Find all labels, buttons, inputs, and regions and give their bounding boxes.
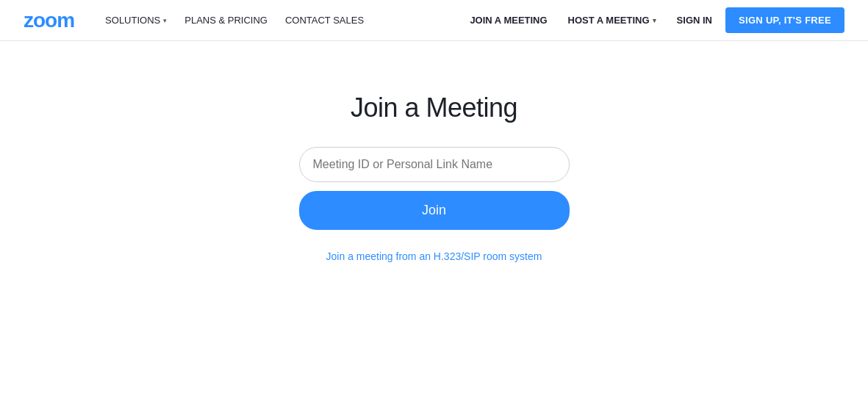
chevron-down-icon: ▾ bbox=[163, 17, 167, 24]
nav-join-meeting[interactable]: JOIN A MEETING bbox=[462, 10, 554, 30]
nav-right: JOIN A MEETING HOST A MEETING ▾ SIGN IN … bbox=[462, 7, 844, 33]
logo[interactable]: zoom bbox=[24, 9, 74, 32]
nav-host-meeting[interactable]: HOST A MEETING ▾ bbox=[561, 10, 664, 30]
nav-plans-pricing[interactable]: PLANS & PRICING bbox=[177, 10, 275, 30]
join-button[interactable]: Join bbox=[299, 191, 570, 230]
nav-contact-sales[interactable]: CONTACT SALES bbox=[278, 10, 371, 30]
navbar: zoom SOLUTIONS ▾ PLANS & PRICING CONTACT… bbox=[0, 0, 868, 41]
meeting-id-input[interactable] bbox=[299, 147, 570, 182]
main-content: Join a Meeting Join Join a meeting from … bbox=[0, 41, 868, 262]
nav-left: SOLUTIONS ▾ PLANS & PRICING CONTACT SALE… bbox=[98, 10, 462, 30]
nav-solutions[interactable]: SOLUTIONS ▾ bbox=[98, 10, 174, 30]
signup-button[interactable]: SIGN UP, IT'S FREE bbox=[725, 7, 844, 33]
chevron-down-icon: ▾ bbox=[653, 17, 656, 24]
nav-sign-in[interactable]: SIGN IN bbox=[670, 10, 720, 30]
logo-text: zoom bbox=[24, 9, 74, 32]
sip-room-link[interactable]: Join a meeting from an H.323/SIP room sy… bbox=[326, 250, 542, 262]
page-title: Join a Meeting bbox=[351, 93, 517, 123]
